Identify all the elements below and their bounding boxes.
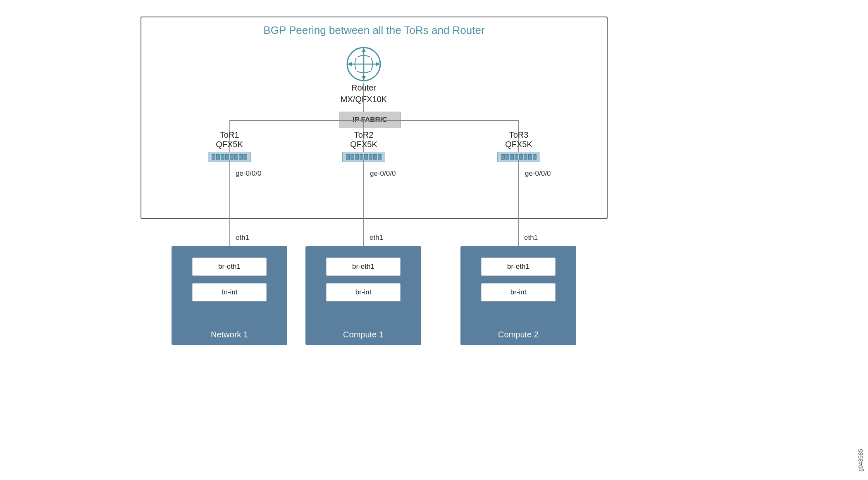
- tor2-label: ToR2 QFX5K: [331, 130, 397, 162]
- node1-eth-label: eth1: [236, 234, 249, 242]
- tor2-ge-label: ge-0/0/0: [370, 170, 396, 178]
- diagram-container: BGP Peering between all the ToRs and Rou…: [116, 8, 752, 471]
- compute1-box: br-eth1 br-int Compute 1: [305, 246, 421, 345]
- compute2-label: Compute 2: [460, 330, 576, 339]
- network1-bridge1: br-eth1: [192, 258, 267, 276]
- compute2-bridge1: br-eth1: [481, 258, 556, 276]
- network1-label: Network 1: [172, 330, 287, 339]
- tor1-down-line: [229, 160, 230, 246]
- tor3-down-line: [518, 160, 519, 246]
- network1-bridge2: br-int: [192, 283, 267, 301]
- compute2-box: br-eth1 br-int Compute 2: [460, 246, 576, 345]
- tor1-ge-label: ge-0/0/0: [236, 170, 261, 178]
- watermark: g043585: [857, 449, 864, 472]
- router-icon: [345, 45, 382, 83]
- compute1-bridge2: br-int: [326, 283, 401, 301]
- tor3-ge-label: ge-0/0/0: [525, 170, 551, 178]
- node3-eth-label: eth1: [524, 234, 538, 242]
- router-to-fabric-line: [363, 83, 364, 112]
- network1-box: br-eth1 br-int Network 1: [172, 246, 287, 345]
- node2-eth-label: eth1: [370, 234, 383, 242]
- fabric-h-line: [229, 120, 519, 121]
- tor1-label: ToR1 QFX5K: [196, 130, 262, 162]
- compute2-bridge2: br-int: [481, 283, 556, 301]
- compute1-label: Compute 1: [305, 330, 421, 339]
- tor2-down-line: [363, 160, 364, 246]
- tor3-label: ToR3 QFX5K: [486, 130, 552, 162]
- compute1-bridge1: br-eth1: [326, 258, 401, 276]
